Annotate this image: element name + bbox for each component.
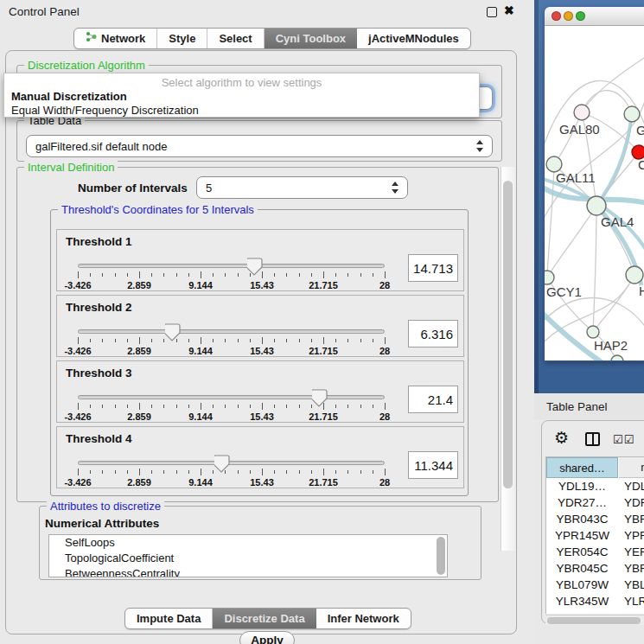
- threshold-slider[interactable]: -3.4262.8599.14415.4321.71528: [78, 322, 389, 356]
- table-row[interactable]: YLR345WYLR3: [546, 595, 644, 611]
- threshold-value-field[interactable]: 14.713: [408, 254, 458, 282]
- apply-button[interactable]: Apply: [239, 631, 295, 644]
- network-edge[interactable]: [547, 206, 596, 277]
- table-row[interactable]: YDL19…YDL1: [546, 480, 644, 496]
- slider-track[interactable]: [78, 461, 385, 465]
- mac-minimize-button[interactable]: [564, 11, 573, 21]
- table-row[interactable]: YDR27…YDR2: [546, 496, 644, 513]
- combobox-stepper-icon[interactable]: [392, 182, 399, 194]
- threshold-slider[interactable]: -3.4262.8599.14415.4321.71528: [78, 453, 389, 488]
- slider-tick: [176, 405, 177, 408]
- number-of-intervals-value: 5: [206, 182, 212, 194]
- tab-jactivemnodules[interactable]: jActiveMNodules: [357, 29, 470, 48]
- network-node-gal4-node[interactable]: [587, 196, 606, 215]
- network-edge[interactable]: [593, 275, 634, 332]
- slider-tick: [274, 405, 275, 408]
- table-horizontal-scrollbar[interactable]: [545, 615, 644, 625]
- slider-handle[interactable]: [247, 258, 263, 279]
- network-node-gcy1-node[interactable]: [545, 271, 554, 284]
- slider-tick: [250, 470, 251, 474]
- tab-infer-network[interactable]: Infer Network: [316, 609, 411, 628]
- attribute-item-betweennesscentrality[interactable]: BetweennessCentrality: [49, 566, 447, 577]
- table-data-value: galFiltered.sif default node: [35, 140, 167, 153]
- slider-tick-label: 9.144: [188, 477, 213, 488]
- network-node-hap2-node[interactable]: [587, 326, 599, 338]
- network-node-bottom-node[interactable]: [611, 355, 623, 360]
- tab-select[interactable]: Select: [207, 29, 264, 48]
- attribute-item-topologicalcoefficient[interactable]: TopologicalCoefficient: [49, 551, 447, 566]
- slider-track[interactable]: [78, 329, 385, 334]
- tab-impute-data[interactable]: Impute Data: [125, 609, 213, 628]
- slider-tick: [151, 405, 152, 408]
- slider-tick: [286, 405, 287, 408]
- number-of-intervals-combobox[interactable]: 5: [196, 176, 408, 199]
- threshold-value-field[interactable]: 21.4: [408, 386, 458, 413]
- slider-handle[interactable]: [214, 455, 230, 476]
- close-icon[interactable]: ✖: [504, 3, 514, 17]
- tab-style[interactable]: Style: [157, 29, 207, 48]
- slider-tick: [311, 273, 312, 277]
- tab-discretize-data[interactable]: Discretize Data: [213, 609, 316, 628]
- float-window-icon[interactable]: [487, 7, 497, 17]
- panel-vertical-scrollbar[interactable]: [501, 167, 515, 551]
- slider-tick-label: 21.715: [309, 280, 338, 290]
- slider-tick: [213, 405, 214, 408]
- table-row[interactable]: YBR045CYBR0: [546, 562, 644, 578]
- network-canvas[interactable]: GAL80GACGAL11GAL4GCY1HHAP2: [545, 26, 644, 360]
- slider-tick: [90, 405, 91, 408]
- table-data-groupbox: Table Data galFiltered.sif default node: [16, 120, 502, 162]
- table-row[interactable]: YPR145WYPR1: [546, 529, 644, 545]
- split-columns-icon[interactable]: [585, 432, 600, 446]
- slider-track[interactable]: [78, 264, 385, 268]
- table-row[interactable]: YIL052CYIL0: [546, 611, 644, 614]
- threshold-value-field[interactable]: 6.316: [408, 320, 458, 348]
- slider-handle[interactable]: [312, 389, 328, 411]
- table-row[interactable]: YBL079WYBL0: [546, 578, 644, 595]
- slider-track[interactable]: [78, 395, 385, 399]
- numerical-attributes-list[interactable]: SelfLoopsTopologicalCoefficientBetweenne…: [48, 534, 448, 577]
- panel-title: Control Panel: [9, 5, 80, 18]
- mac-zoom-button[interactable]: [576, 11, 585, 21]
- threshold-slider[interactable]: -3.4262.8599.14415.4321.71528: [78, 256, 389, 290]
- cell-shared-name: YDL19…: [546, 480, 618, 493]
- threshold-value-field[interactable]: 11.344: [408, 451, 458, 479]
- column-header-name[interactable]: name: [619, 457, 644, 478]
- slider-tick-label: -3.426: [64, 280, 91, 290]
- dropdown-item-equal-width-frequency-discretization[interactable]: Equal Width/Frequency Discretization: [4, 104, 479, 118]
- slider-handle[interactable]: [165, 323, 181, 345]
- scrollbar-thumb[interactable]: [547, 617, 641, 624]
- node-attribute-table[interactable]: shared…nameYDL19…YDL1YDR27…YDR2YBR043CYB…: [545, 456, 644, 614]
- gear-icon[interactable]: ⚙: [554, 430, 569, 446]
- dropdown-item-manual-discretization[interactable]: Manual Discretization: [4, 90, 479, 104]
- slider-tick: [139, 403, 140, 410]
- slider-tick-label: 2.859: [127, 280, 151, 290]
- cell-name: YBR0: [624, 562, 644, 575]
- network-node-h-node[interactable]: [626, 266, 643, 284]
- slider-tick: [115, 273, 116, 277]
- tab-network[interactable]: Network: [74, 29, 157, 48]
- slider-tick-label: 15.43: [250, 411, 274, 422]
- scrollbar-thumb[interactable]: [437, 537, 445, 575]
- threshold-slider[interactable]: -3.4262.8599.14415.4321.71528: [78, 387, 389, 422]
- network-node-gal80-node[interactable]: [574, 105, 590, 120]
- table-row[interactable]: YER054CYER0: [546, 545, 644, 562]
- network-edge-highlighted[interactable]: [596, 114, 632, 206]
- column-header-shared-[interactable]: shared…: [546, 457, 618, 478]
- attribute-item-selfloops[interactable]: SelfLoops: [49, 535, 447, 551]
- slider-tick: [90, 273, 91, 277]
- table-data-combobox[interactable]: galFiltered.sif default node: [26, 135, 493, 157]
- slider-tick-label: 9.144: [188, 346, 213, 356]
- checkbox-icons[interactable]: ☑☑: [613, 433, 634, 446]
- tab-cyni-toolbox[interactable]: Cyni Toolbox: [265, 29, 357, 48]
- combobox-stepper-icon[interactable]: [476, 140, 484, 152]
- slider-tick: [348, 405, 348, 408]
- list-scrollbar[interactable]: [437, 537, 445, 577]
- network-edge[interactable]: [554, 112, 582, 164]
- network-edge[interactable]: [596, 114, 632, 206]
- cyni-toolbox-content: Discretization Algorithm Table Data galF…: [5, 50, 517, 634]
- node-label-gal4: GAL4: [601, 214, 634, 229]
- table-row[interactable]: YBR043CYBR0: [546, 513, 644, 529]
- network-node-top-right-node[interactable]: [624, 106, 640, 122]
- mac-close-button[interactable]: [552, 11, 561, 21]
- scrollbar-thumb[interactable]: [503, 181, 513, 488]
